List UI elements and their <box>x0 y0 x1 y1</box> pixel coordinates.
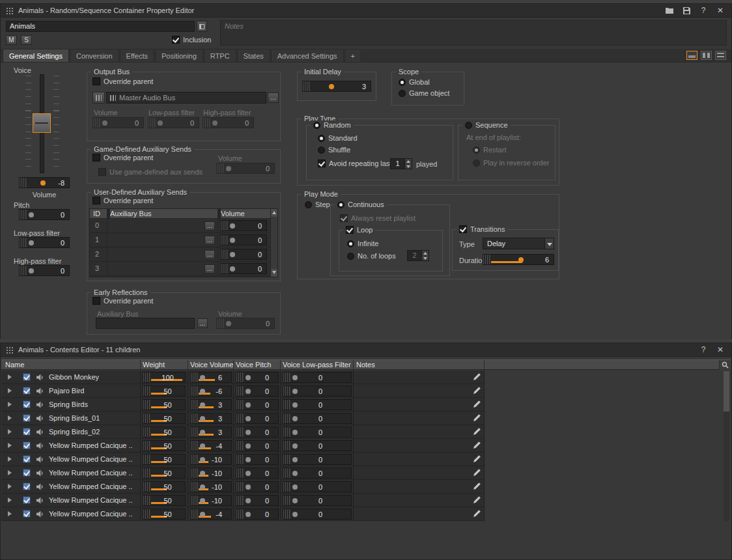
slider-knob[interactable] <box>246 375 251 380</box>
transitions-checkbox[interactable] <box>459 225 467 233</box>
slider-grip[interactable] <box>191 372 198 382</box>
slider-knob[interactable] <box>292 416 298 421</box>
slider-knob[interactable] <box>292 484 298 490</box>
er-bus-field[interactable] <box>96 318 195 329</box>
slider-grip[interactable] <box>191 400 198 410</box>
aux-bus-browse-button[interactable]: ... <box>204 250 215 259</box>
slider-knob[interactable] <box>292 471 298 476</box>
edit-notes-button[interactable] <box>473 400 481 410</box>
slider-grip[interactable] <box>191 482 198 492</box>
scope-game-object-radio[interactable] <box>399 90 406 97</box>
slider-grip[interactable] <box>236 413 244 423</box>
voice-lowpass-field[interactable]: 0 <box>283 385 352 397</box>
weight-field[interactable]: 50 <box>143 454 186 465</box>
expand-icon[interactable] <box>8 497 12 503</box>
edit-notes-button[interactable] <box>473 413 481 423</box>
contents-scrollbar[interactable] <box>724 371 729 521</box>
col-weight[interactable]: Weight <box>143 360 165 369</box>
weight-field[interactable]: 50 <box>143 495 186 506</box>
name-options-button[interactable] <box>197 21 207 32</box>
slider-grip[interactable] <box>191 413 198 423</box>
child-name[interactable]: Spring Birds_01 <box>49 412 100 425</box>
voice-lowpass-field[interactable]: 0 <box>283 440 352 451</box>
slider-grip[interactable] <box>236 482 244 492</box>
close-button[interactable]: ✕ <box>714 6 726 16</box>
weight-field[interactable]: 50 <box>143 468 186 479</box>
slider-grip[interactable] <box>20 210 27 219</box>
slider-knob[interactable] <box>292 375 298 380</box>
initial-delay-field[interactable]: 3 <box>302 81 371 92</box>
edit-notes-button[interactable] <box>473 441 481 451</box>
aux-bus-browse-button[interactable]: ... <box>204 264 215 273</box>
voice-pitch-field[interactable]: 0 <box>236 481 279 492</box>
slider-grip[interactable] <box>191 496 198 505</box>
tab[interactable]: General Settings <box>3 49 69 62</box>
row-include-checkbox[interactable] <box>23 441 31 449</box>
slider-knob[interactable] <box>292 457 298 462</box>
standard-radio[interactable] <box>318 135 325 142</box>
tab[interactable]: Effects <box>120 49 154 62</box>
slider-knob[interactable] <box>200 512 205 517</box>
edit-notes-button[interactable] <box>473 482 481 492</box>
weight-field[interactable]: 100 <box>143 372 186 383</box>
child-name[interactable]: Yellow Rumped Cacique .. <box>49 453 133 466</box>
slider-knob[interactable] <box>246 471 251 476</box>
slider-grip[interactable] <box>191 455 198 464</box>
edit-notes-button[interactable] <box>473 386 481 396</box>
slider-grip[interactable] <box>93 118 100 128</box>
row-include-checkbox[interactable] <box>23 414 31 422</box>
voice-pitch-field[interactable]: 0 <box>236 372 279 383</box>
slider-grip[interactable] <box>143 496 150 505</box>
tab[interactable]: Positioning <box>155 49 203 62</box>
edit-notes-button[interactable] <box>473 468 481 478</box>
row-include-checkbox[interactable] <box>23 400 31 408</box>
slider-grip[interactable] <box>283 427 290 437</box>
voice-pitch-field[interactable]: 0 <box>236 468 279 479</box>
bus-icon-button[interactable] <box>92 92 105 104</box>
slider-grip[interactable] <box>143 386 150 396</box>
er-bus-browse-button[interactable]: ... <box>197 318 208 328</box>
voice-lowpass-field[interactable]: 0 <box>283 413 352 424</box>
slider-knob[interactable] <box>246 484 251 490</box>
scope-global-radio[interactable] <box>399 79 406 86</box>
voice-lowpass-field[interactable]: 0 <box>283 481 352 492</box>
slider-grip[interactable] <box>20 266 27 275</box>
slider-knob[interactable] <box>200 402 205 408</box>
slider-grip[interactable] <box>283 496 290 505</box>
slider-grip[interactable] <box>483 255 490 264</box>
edit-notes-button[interactable] <box>473 496 481 505</box>
output-bus-field[interactable]: Master Audio Bus <box>106 92 266 104</box>
edit-notes-button[interactable] <box>473 372 481 382</box>
reverse-radio[interactable] <box>473 160 480 167</box>
child-row[interactable]: Yellow Rumped Cacique .. 50 -4 <box>1 507 484 521</box>
slider-knob[interactable] <box>200 471 205 476</box>
notes-input[interactable]: Notes <box>220 20 727 46</box>
weight-field[interactable]: 50 <box>143 509 186 520</box>
slider-grip[interactable] <box>283 455 290 464</box>
child-name[interactable]: Spring Birds <box>49 398 88 411</box>
child-row[interactable]: Yellow Rumped Cacique .. 50 -4 <box>1 439 484 453</box>
voice-lowpass-field[interactable]: 0 <box>19 237 70 248</box>
child-name[interactable]: Spring Birds_02 <box>49 425 100 438</box>
column-separator[interactable] <box>188 360 188 369</box>
output-volume-field[interactable]: 0 <box>92 117 144 128</box>
row-include-checkbox[interactable] <box>23 387 31 395</box>
tab[interactable]: Advanced Settings <box>271 49 344 62</box>
override-parent-checkbox[interactable] <box>92 297 100 305</box>
window-grip-icon[interactable] <box>6 7 13 14</box>
slider-knob[interactable] <box>292 430 298 435</box>
voice-pitch-field[interactable]: 0 <box>236 427 279 438</box>
override-parent-checkbox[interactable] <box>92 154 100 161</box>
child-row[interactable]: Yellow Rumped Cacique .. 50 -10 <box>1 453 484 466</box>
loops-spinner[interactable]: 2 <box>407 250 429 261</box>
voice-volume-field[interactable]: -8 <box>19 177 70 188</box>
child-name[interactable]: Gibbon Monkey <box>49 371 99 384</box>
slider-grip[interactable] <box>221 235 228 245</box>
child-row[interactable]: Spring Birds 50 3 <box>1 398 484 412</box>
slider-knob[interactable] <box>292 402 298 408</box>
col-volume[interactable]: Volume <box>218 209 245 218</box>
child-row[interactable]: Pajaro Bird 50 -6 <box>1 384 484 398</box>
slider-grip[interactable] <box>221 249 228 259</box>
slider-grip[interactable] <box>283 482 290 492</box>
voice-volume-field[interactable]: -10 <box>190 495 232 506</box>
